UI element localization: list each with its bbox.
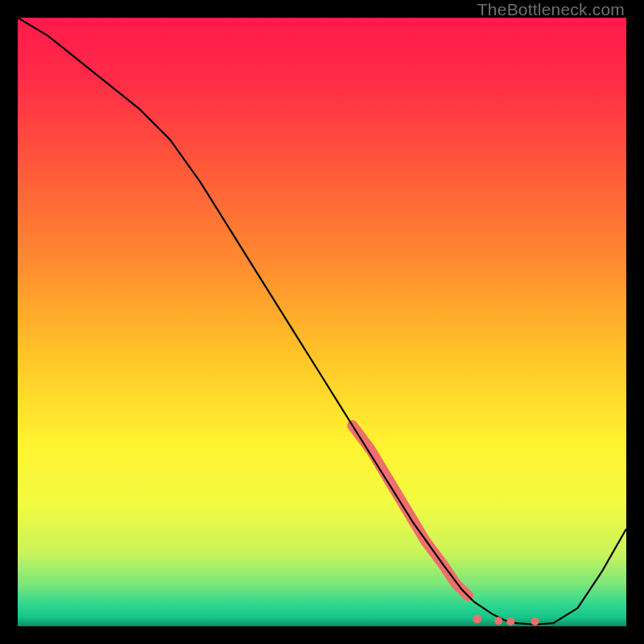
chart-frame	[18, 18, 626, 626]
highlight-dot	[506, 617, 514, 625]
watermark-text: TheBottleneck.com	[477, 0, 625, 19]
highlight-dot	[494, 617, 502, 625]
gradient-background	[18, 18, 626, 626]
bottleneck-chart	[18, 18, 626, 626]
highlight-dot	[473, 614, 481, 623]
highlight-dot	[531, 617, 539, 625]
